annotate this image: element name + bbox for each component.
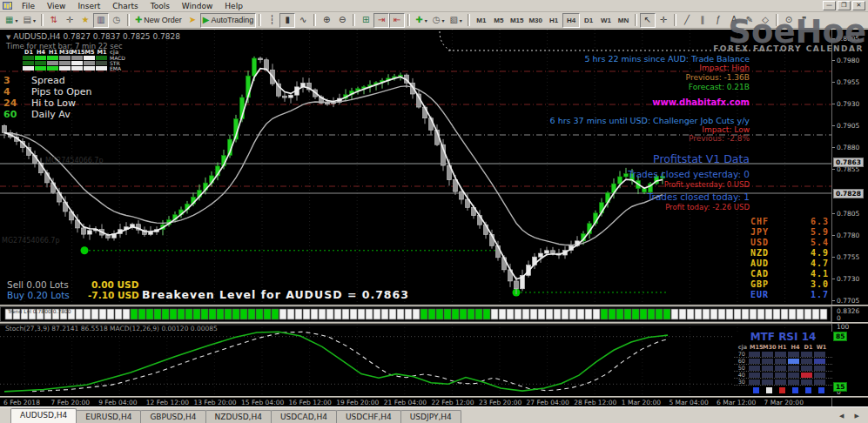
mtf-rsi-cell xyxy=(775,379,786,385)
toolbar-navigator-button[interactable]: ★ xyxy=(77,13,93,28)
toolbar-zoom-out-button[interactable]: ⊖ xyxy=(334,13,350,28)
tab-eurusd-h4[interactable]: EURUSD,H4 xyxy=(76,410,141,423)
mini-table-col: D1 xyxy=(23,49,35,55)
price-axis[interactable]: 0.80050.79800.79550.79300.79050.78800.78… xyxy=(831,30,868,406)
profiles-icon: ▤ xyxy=(23,16,30,24)
mini-table-cell xyxy=(35,56,46,60)
timeframe-m1-button[interactable]: M1 xyxy=(473,13,490,28)
restore-button[interactable]: ❐ xyxy=(838,1,851,10)
menu-help[interactable]: Help xyxy=(219,1,249,11)
date-label: 13 Feb 20:00 xyxy=(193,399,236,406)
stoch-scale-label: 100 xyxy=(837,323,849,331)
toolbar-text-tool-button[interactable]: A xyxy=(726,13,742,28)
toolbar-bar-chart-button[interactable]: ┆ xyxy=(264,13,279,28)
minimize-button[interactable]: — xyxy=(823,1,836,10)
menu-view[interactable]: View xyxy=(41,1,71,11)
toolbar-fibonacci-button[interactable]: ƒ xyxy=(710,13,726,28)
toolbar-periods-button[interactable]: ◷▾ xyxy=(430,13,447,28)
price-tick xyxy=(832,82,835,83)
periods-icon: ◷ xyxy=(433,16,441,24)
mini-table-col: M1 xyxy=(96,49,108,55)
toolbar-group: ✚New Order➤▶AutoTrading xyxy=(132,13,256,28)
tab-usdjpy-h4[interactable]: USDJPY,H4 xyxy=(400,410,461,423)
toolbar-candlestick-chart-button[interactable]: ▮ xyxy=(279,13,295,28)
timeframe-d1-button[interactable]: D1 xyxy=(580,13,597,28)
toolbar-indicators-button[interactable]: ✚▾ xyxy=(413,13,429,28)
toolbar-magnifier-button[interactable]: ⊙ xyxy=(781,13,797,28)
close-button[interactable]: ✕ xyxy=(852,1,865,10)
toolbar-equidistant-channel-button[interactable]: ∥ xyxy=(695,13,710,28)
mtf-rsi-footer-square xyxy=(792,387,798,393)
mini-table-row: EMA xyxy=(23,65,127,70)
tab-nzdusd-h4[interactable]: NZDUSD,H4 xyxy=(205,410,272,423)
mini-table-cell xyxy=(47,61,58,65)
mini-table-cell xyxy=(84,56,95,60)
legend-label: Pips to Open xyxy=(31,86,92,97)
mtf-rsi-level: 70 xyxy=(734,351,748,358)
tab-audusd-h4[interactable]: AUDUSD,H4 xyxy=(10,408,77,423)
menu-charts[interactable]: Charts xyxy=(106,1,144,11)
toolbar-strategy-tester-button[interactable]: ◷ xyxy=(109,13,124,28)
zoom-in-icon: ⊕ xyxy=(323,16,330,24)
tab-scroll-arrows[interactable]: ◀ ▶ xyxy=(839,413,864,420)
timeframe-mn-button[interactable]: MN xyxy=(615,13,632,28)
menu-insert[interactable]: Insert xyxy=(71,1,106,11)
timeframe-m30-button[interactable]: M30 xyxy=(526,13,545,28)
toolbar-chart-shift-button[interactable]: ⇤ xyxy=(389,13,405,28)
timeframe-m15-button[interactable]: M15 xyxy=(508,13,527,28)
timeframe-w1-button[interactable]: W1 xyxy=(597,13,615,28)
toolbar-trendline-button[interactable]: ╱ xyxy=(679,13,695,28)
mini-table-cell xyxy=(96,56,107,60)
legend-label: Daily Av xyxy=(31,109,71,120)
toolbar-templates-button[interactable]: ▧▾ xyxy=(447,13,464,28)
timeframe-h4-button[interactable]: H4 xyxy=(562,13,580,28)
toolbar-new-chart-button[interactable]: ▦▾ xyxy=(3,13,20,28)
plot-area[interactable]: ▼ AUDUSD,H4 0.7827 0.7837 0.7825 0.7828 … xyxy=(0,30,831,406)
toolbar-profiles-button[interactable]: ▤▾ xyxy=(20,13,37,28)
currency-code: AUD xyxy=(750,258,769,268)
toolbar-autotrading-button[interactable]: ▶AutoTrading xyxy=(200,13,256,28)
main-chart-canvas[interactable] xyxy=(0,30,831,306)
toolbar-comments-button[interactable]: ❞ xyxy=(797,13,812,28)
chart-tab-bar: AUDUSD,H4EURUSD,H4GBPUSD,H4NZDUSD,H4USDC… xyxy=(0,406,868,423)
toolbar-cursor-button[interactable]: ↖ xyxy=(640,13,656,28)
currency-code: NZD xyxy=(750,248,769,258)
panel-divider[interactable] xyxy=(0,396,868,398)
stochastic-canvas[interactable] xyxy=(0,324,831,396)
toolbar-line-chart-button[interactable]: ∿ xyxy=(295,13,311,28)
chart-window[interactable]: ▼ AUDUSD,H4 0.7827 0.7837 0.7825 0.7828 … xyxy=(0,30,868,406)
toolbar-crosshair-button[interactable]: ✛ xyxy=(656,13,671,28)
price-label: 0.7780 xyxy=(837,232,859,239)
mtf-signal-table: D1H4H1M30M15M5M1cjaMACDSTREMA xyxy=(23,49,127,70)
toolbar-tile-windows-button[interactable]: ⊞ xyxy=(358,13,373,28)
tab-gbpusd-h4[interactable]: GBPUSD,H4 xyxy=(140,410,205,423)
menu-tools[interactable]: Tools xyxy=(145,1,176,11)
toolbar-auto-scroll-button[interactable]: ⇥ xyxy=(373,13,389,28)
toolbar-new-order-button[interactable]: ✚New Order xyxy=(132,13,185,28)
toolbar-arrows-tool-button[interactable]: ✎ xyxy=(742,13,757,28)
panel-divider[interactable] xyxy=(0,322,868,324)
mtf-rsi-cell xyxy=(749,359,760,364)
toolbar-terminal-button[interactable]: ▥ xyxy=(93,13,109,28)
toolbar-data-window-button[interactable]: ✛ xyxy=(62,13,77,28)
stoch-upper-level-marker: 85 xyxy=(833,332,847,341)
dropdown-arrow-icon: ▾ xyxy=(15,17,17,24)
toolbar-separator xyxy=(127,14,130,26)
tab-usdchf-h4[interactable]: USDCHF,H4 xyxy=(336,410,401,423)
toolbar-market-watch-button[interactable]: ⇅ xyxy=(46,13,62,28)
timeframe-h1-button[interactable]: H1 xyxy=(545,13,562,28)
tab-usdcad-h4[interactable]: USDCAD,H4 xyxy=(271,410,337,423)
panel-divider[interactable] xyxy=(0,305,868,306)
date-label: 19 Feb 20:00 xyxy=(336,399,379,406)
toolbar-shapes-button[interactable]: ◇ xyxy=(757,13,773,28)
mtf-rsi-cell xyxy=(775,366,786,371)
strip-scale-label: 0 xyxy=(837,314,841,322)
toolbar-metaeditor-button[interactable]: ➤ xyxy=(185,13,200,28)
date-label: 21 Feb 04:00 xyxy=(384,399,427,406)
toolbar-zoom-in-button[interactable]: ⊕ xyxy=(319,13,334,28)
mini-table-cell xyxy=(96,61,107,65)
menu-file[interactable]: File xyxy=(16,1,41,11)
menu-window[interactable]: Window xyxy=(176,1,219,11)
mt4-window: { "window": { "controls": [ {"name": "mi… xyxy=(0,0,868,423)
timeframe-m5-button[interactable]: M5 xyxy=(490,13,508,28)
